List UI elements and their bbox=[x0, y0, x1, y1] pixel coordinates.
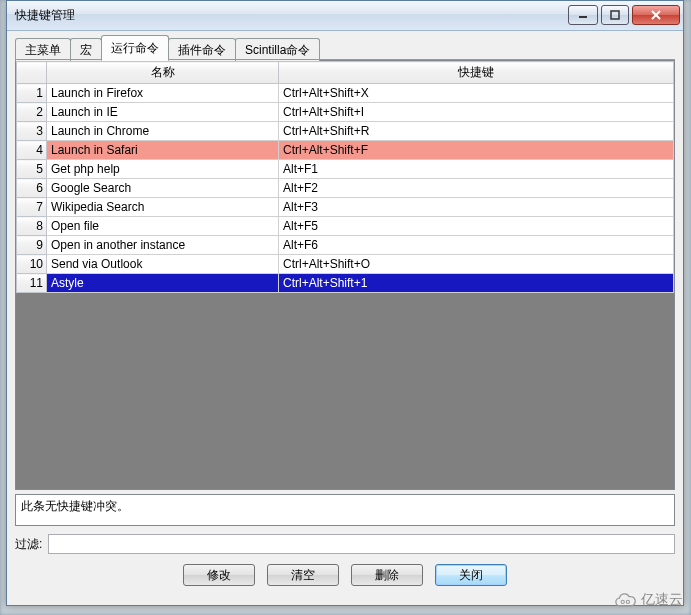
shortcut-mapper-dialog: 快捷键管理 主菜单宏运行命令插件命令Scintilla命令 名称 快捷键 bbox=[6, 0, 684, 606]
header-row: 名称 快捷键 bbox=[17, 62, 674, 84]
button-row: 修改 清空 删除 关闭 bbox=[15, 564, 675, 586]
cell-name[interactable]: Launch in Chrome bbox=[47, 122, 279, 141]
table-row[interactable]: 6Google SearchAlt+F2 bbox=[17, 179, 674, 198]
row-index: 1 bbox=[17, 84, 47, 103]
cell-shortcut[interactable]: Ctrl+Alt+Shift+I bbox=[279, 103, 674, 122]
row-index: 10 bbox=[17, 255, 47, 274]
conflict-message: 此条无快捷键冲突。 bbox=[21, 499, 129, 513]
table-row[interactable]: 4Launch in SafariCtrl+Alt+Shift+F bbox=[17, 141, 674, 160]
cell-name[interactable]: Send via Outlook bbox=[47, 255, 279, 274]
row-index: 6 bbox=[17, 179, 47, 198]
table-row[interactable]: 5Get php helpAlt+F1 bbox=[17, 160, 674, 179]
minimize-button[interactable] bbox=[568, 5, 598, 25]
row-index: 7 bbox=[17, 198, 47, 217]
close-button[interactable] bbox=[632, 5, 680, 25]
tab-4[interactable]: Scintilla命令 bbox=[235, 38, 320, 61]
cloud-logo-icon bbox=[611, 592, 637, 608]
filter-row: 过滤: bbox=[15, 534, 675, 554]
svg-point-4 bbox=[621, 600, 624, 603]
table-row[interactable]: 9Open in another instanceAlt+F6 bbox=[17, 236, 674, 255]
cell-name[interactable]: Wikipedia Search bbox=[47, 198, 279, 217]
table-row[interactable]: 10Send via OutlookCtrl+Alt+Shift+O bbox=[17, 255, 674, 274]
cell-shortcut[interactable]: Ctrl+Alt+Shift+O bbox=[279, 255, 674, 274]
cell-shortcut[interactable]: Alt+F5 bbox=[279, 217, 674, 236]
col-index[interactable] bbox=[17, 62, 47, 84]
col-shortcut[interactable]: 快捷键 bbox=[279, 62, 674, 84]
cell-name[interactable]: Open in another instance bbox=[47, 236, 279, 255]
watermark: 亿速云 bbox=[611, 591, 683, 609]
cell-name[interactable]: Launch in Safari bbox=[47, 141, 279, 160]
cell-shortcut[interactable]: Alt+F3 bbox=[279, 198, 674, 217]
col-name[interactable]: 名称 bbox=[47, 62, 279, 84]
tab-bar: 主菜单宏运行命令插件命令Scintilla命令 bbox=[15, 38, 675, 60]
cell-shortcut[interactable]: Alt+F6 bbox=[279, 236, 674, 255]
cell-shortcut[interactable]: Ctrl+Alt+Shift+X bbox=[279, 84, 674, 103]
tab-3[interactable]: 插件命令 bbox=[168, 38, 236, 61]
table-row[interactable]: 7Wikipedia SearchAlt+F3 bbox=[17, 198, 674, 217]
close-dialog-button[interactable]: 关闭 bbox=[435, 564, 507, 586]
row-index: 11 bbox=[17, 274, 47, 293]
table-row[interactable]: 8Open fileAlt+F5 bbox=[17, 217, 674, 236]
shortcut-grid[interactable]: 名称 快捷键 1Launch in FirefoxCtrl+Alt+Shift+… bbox=[15, 60, 675, 490]
row-index: 2 bbox=[17, 103, 47, 122]
maximize-button[interactable] bbox=[601, 5, 629, 25]
row-index: 4 bbox=[17, 141, 47, 160]
row-index: 9 bbox=[17, 236, 47, 255]
delete-button[interactable]: 删除 bbox=[351, 564, 423, 586]
conflict-message-area: 此条无快捷键冲突。 bbox=[15, 494, 675, 526]
watermark-text: 亿速云 bbox=[641, 591, 683, 609]
svg-rect-1 bbox=[611, 11, 619, 19]
cell-shortcut[interactable]: Alt+F1 bbox=[279, 160, 674, 179]
clear-button[interactable]: 清空 bbox=[267, 564, 339, 586]
cell-shortcut[interactable]: Ctrl+Alt+Shift+R bbox=[279, 122, 674, 141]
cell-shortcut[interactable]: Ctrl+Alt+Shift+F bbox=[279, 141, 674, 160]
row-index: 3 bbox=[17, 122, 47, 141]
cell-name[interactable]: Get php help bbox=[47, 160, 279, 179]
tab-1[interactable]: 宏 bbox=[70, 38, 102, 61]
titlebar[interactable]: 快捷键管理 bbox=[7, 1, 683, 31]
row-index: 8 bbox=[17, 217, 47, 236]
tab-2[interactable]: 运行命令 bbox=[101, 35, 169, 61]
filter-label: 过滤: bbox=[15, 536, 42, 553]
row-index: 5 bbox=[17, 160, 47, 179]
table-row[interactable]: 3Launch in ChromeCtrl+Alt+Shift+R bbox=[17, 122, 674, 141]
svg-point-5 bbox=[626, 600, 629, 603]
tab-0[interactable]: 主菜单 bbox=[15, 38, 71, 61]
window-title: 快捷键管理 bbox=[7, 7, 568, 24]
client-area: 主菜单宏运行命令插件命令Scintilla命令 名称 快捷键 1Launch i… bbox=[7, 31, 683, 605]
table-row[interactable]: 11AstyleCtrl+Alt+Shift+1 bbox=[17, 274, 674, 293]
cell-name[interactable]: Google Search bbox=[47, 179, 279, 198]
cell-name[interactable]: Astyle bbox=[47, 274, 279, 293]
table-row[interactable]: 2Launch in IECtrl+Alt+Shift+I bbox=[17, 103, 674, 122]
cell-shortcut[interactable]: Alt+F2 bbox=[279, 179, 674, 198]
filter-input[interactable] bbox=[48, 534, 675, 554]
table-row[interactable]: 1Launch in FirefoxCtrl+Alt+Shift+X bbox=[17, 84, 674, 103]
cell-name[interactable]: Open file bbox=[47, 217, 279, 236]
cell-shortcut[interactable]: Ctrl+Alt+Shift+1 bbox=[279, 274, 674, 293]
cell-name[interactable]: Launch in Firefox bbox=[47, 84, 279, 103]
cell-name[interactable]: Launch in IE bbox=[47, 103, 279, 122]
modify-button[interactable]: 修改 bbox=[183, 564, 255, 586]
